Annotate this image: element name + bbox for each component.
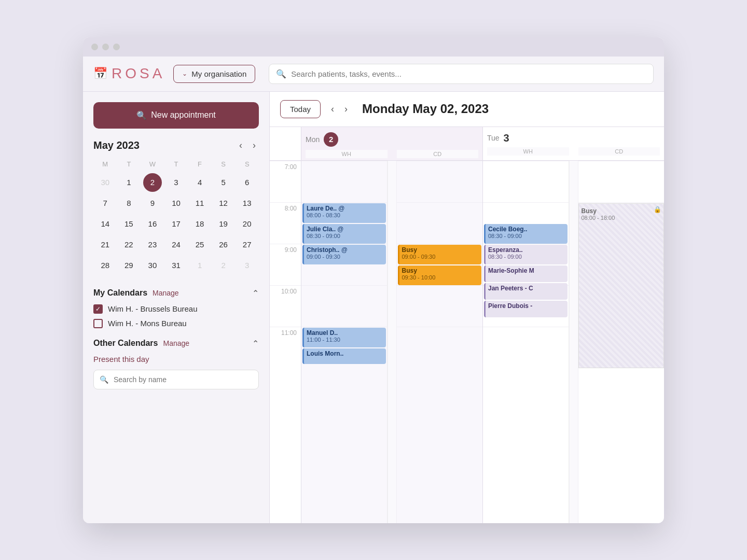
event-name: Laure De.. @ [307, 205, 383, 212]
search-by-name-container: 🔍 [93, 370, 259, 389]
event-esperanza[interactable]: Esperanza.. 08:30 - 09:00 [484, 245, 568, 264]
cal-cell[interactable]: 2 [214, 256, 233, 275]
cal-cell[interactable]: 5 [214, 173, 233, 192]
cal-cell[interactable]: 4 [190, 173, 209, 192]
event-marie-sophie[interactable]: Marie-Sophie M [484, 265, 568, 282]
cal-cell[interactable]: 17 [167, 215, 185, 233]
time-header-spacer [270, 127, 301, 160]
other-calendars-collapse-button[interactable]: ⌃ [252, 339, 259, 348]
cal-cell[interactable]: 26 [214, 235, 233, 254]
time-11: 11:00 [270, 327, 301, 368]
calendar-week-1: 30 1 2 3 4 5 6 [93, 172, 259, 193]
cal-cell[interactable]: 25 [190, 235, 209, 254]
nav-arrows: ‹ › [327, 102, 352, 117]
cal-cell[interactable]: 31 [167, 256, 185, 275]
mon-wh-label: WH [306, 150, 388, 158]
cal-cell[interactable]: 1 [190, 256, 209, 275]
mon-wh-subcol[interactable]: Laure De.. @ 08:00 - 08:30 Julie Cla.. @… [301, 161, 388, 523]
cal-cell[interactable]: 6 [238, 173, 256, 192]
maximize-dot[interactable] [113, 44, 120, 50]
cal-cell[interactable]: 3 [238, 256, 256, 275]
event-name: Busy [402, 246, 479, 254]
event-busy-1[interactable]: Busy 09:00 - 09:30 [398, 245, 482, 264]
next-month-button[interactable]: › [250, 139, 259, 152]
cal-cell[interactable]: 28 [96, 256, 115, 275]
org-button-label: My organisation [191, 69, 246, 78]
cal-cell[interactable]: 15 [119, 215, 138, 233]
event-busy-2[interactable]: Busy 09:30 - 10:00 [398, 265, 482, 285]
cal-cell[interactable]: 24 [167, 235, 185, 254]
org-button[interactable]: ⌄ My organisation [173, 65, 255, 83]
logo-text: ROSA [112, 65, 165, 82]
new-appointment-button[interactable]: 🔍 New appointment [93, 102, 259, 129]
event-julie[interactable]: Julie Cla.. @ 08:30 - 09:00 [302, 224, 386, 244]
cal-cell[interactable]: 23 [143, 235, 162, 254]
calendar-checkbox-brussels[interactable]: ✓ [93, 304, 103, 314]
event-name: Busy [582, 207, 661, 215]
event-time: 11:00 - 11:30 [307, 337, 383, 343]
cal-cell[interactable]: 20 [238, 215, 256, 233]
new-appointment-label: New appointment [151, 110, 216, 120]
calendar-toolbar: Today ‹ › Monday May 02, 2023 [270, 92, 664, 127]
search-by-name-input[interactable] [93, 370, 259, 389]
cal-cell[interactable]: 30 [143, 256, 162, 275]
cal-cell[interactable]: 16 [143, 215, 162, 233]
event-manuel[interactable]: Manuel D.. 11:00 - 11:30 [302, 328, 386, 347]
minimize-dot[interactable] [102, 44, 109, 50]
cal-cell[interactable]: 12 [214, 194, 233, 213]
search-input[interactable] [269, 64, 654, 84]
cal-cell[interactable]: 7 [96, 194, 115, 213]
event-louis[interactable]: Louis Morn.. [302, 348, 386, 364]
cal-cell[interactable]: 10 [167, 194, 185, 213]
cal-cell[interactable]: 13 [238, 194, 256, 213]
cal-cell[interactable]: 9 [143, 194, 162, 213]
tue-cd-subcol[interactable]: Busy 08:00 - 18:00 🔒 [578, 161, 665, 523]
my-calendars-collapse-button[interactable]: ⌃ [252, 288, 259, 298]
week-columns-header: Mon 2 WH CD Tue [270, 127, 664, 161]
next-week-button[interactable]: › [340, 102, 352, 117]
today-button[interactable]: Today [280, 100, 321, 118]
cal-cell-selected[interactable]: 2 [143, 173, 162, 192]
cal-cell[interactable]: 8 [119, 194, 138, 213]
event-name: Louis Morn.. [307, 350, 383, 357]
cal-cell[interactable]: 29 [119, 256, 138, 275]
cal-cell[interactable]: 1 [119, 173, 138, 192]
day-label-sat: S [212, 158, 236, 170]
cal-cell[interactable]: 21 [96, 235, 115, 254]
cal-cell[interactable]: 22 [119, 235, 138, 254]
calendar-checkbox-mons[interactable] [93, 319, 103, 328]
event-time: 09:00 - 09:30 [307, 254, 383, 260]
tue-wh-subcol[interactable]: Cecile Boeg.. 08:30 - 09:00 Esperanza.. … [483, 161, 569, 523]
calendar-week-5: 28 29 30 31 1 2 3 [93, 255, 259, 276]
my-calendars-manage-link[interactable]: Manage [153, 289, 179, 297]
tuesday-label: Tue [487, 134, 500, 142]
event-cecile[interactable]: Cecile Boeg.. 08:30 - 09:00 [484, 224, 568, 244]
monday-column: Laure De.. @ 08:00 - 08:30 Julie Cla.. @… [301, 161, 482, 523]
event-laure[interactable]: Laure De.. @ 08:00 - 08:30 [302, 203, 386, 223]
cal-cell[interactable]: 11 [190, 194, 209, 213]
search-icon-btn: 🔍 [136, 110, 147, 120]
prev-week-button[interactable]: ‹ [327, 102, 338, 117]
prev-month-button[interactable]: ‹ [236, 139, 245, 152]
my-calendars-section: My Calendars Manage ⌃ ✓ Wim H. - Brussel… [93, 288, 259, 328]
mon-cd-subcol[interactable]: Busy 09:00 - 09:30 Busy 09:30 - 10:00 [397, 161, 483, 523]
cal-cell[interactable]: 3 [167, 173, 185, 192]
day-label-tue: T [117, 158, 141, 170]
cal-cell[interactable]: 19 [214, 215, 233, 233]
close-dot[interactable] [91, 44, 98, 50]
event-name: Cecile Boeg.. [488, 226, 565, 233]
event-christoph[interactable]: Christoph.. @ 09:00 - 09:30 [302, 245, 386, 264]
time-10: 10:00 [270, 285, 301, 327]
event-pierre-dubois[interactable]: Pierre Dubois - [484, 301, 568, 317]
event-busy-allday[interactable]: Busy 08:00 - 18:00 🔒 [578, 203, 665, 368]
other-calendars-title: Other Calendars [93, 339, 158, 348]
cal-cell[interactable]: 27 [238, 235, 256, 254]
tue-cd-label: CD [578, 147, 660, 156]
cal-cell[interactable]: 18 [190, 215, 209, 233]
event-jan-peeters[interactable]: Jan Peeters - C [484, 283, 568, 300]
cal-cell[interactable]: 14 [96, 215, 115, 233]
event-time: 08:30 - 09:00 [307, 233, 383, 239]
other-calendars-manage-link[interactable]: Manage [163, 339, 189, 347]
cal-cell[interactable]: 30 [96, 173, 115, 192]
present-this-day-link[interactable]: Present this day [93, 355, 259, 363]
